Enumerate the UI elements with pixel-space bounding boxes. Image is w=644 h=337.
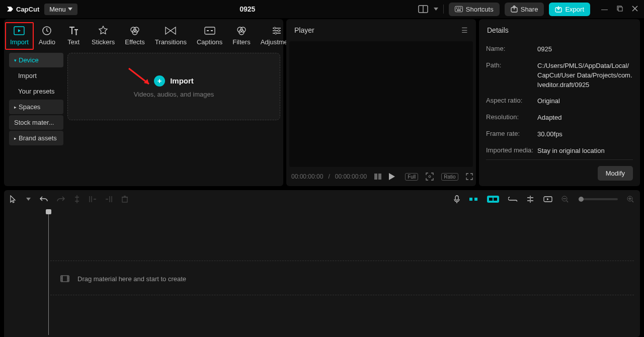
modify-button[interactable]: Modify xyxy=(598,166,633,181)
tab-filters[interactable]: Filters xyxy=(227,22,255,50)
svg-rect-25 xyxy=(378,174,381,180)
film-icon xyxy=(60,275,69,282)
svg-rect-4 xyxy=(458,8,459,9)
zoom-in-icon[interactable] xyxy=(627,196,634,203)
layout-icon[interactable] xyxy=(418,5,429,14)
import-dropzone[interactable]: + Import Videos, audios, and images xyxy=(67,53,280,120)
timeline-gutter xyxy=(4,208,25,337)
magnet-icon[interactable] xyxy=(469,196,478,202)
fullscreen-icon[interactable] xyxy=(463,172,475,182)
close-button[interactable] xyxy=(632,6,638,13)
track-divider xyxy=(50,261,634,261)
timeline-hint: Drag material here and start to create xyxy=(77,275,186,283)
export-button[interactable]: Export xyxy=(549,3,590,16)
link-icon[interactable] xyxy=(508,197,517,202)
details-title: Details xyxy=(486,19,633,41)
pointer-tool-icon[interactable] xyxy=(10,195,17,203)
svg-rect-2 xyxy=(455,7,462,12)
import-subtitle: Videos, audios, and images xyxy=(134,91,214,98)
chevron-down-icon[interactable] xyxy=(26,198,31,201)
detail-row-resolution: Resolution: Adapted xyxy=(486,110,633,126)
split-icon[interactable] xyxy=(74,195,80,203)
auto-snap-icon[interactable] xyxy=(487,196,499,203)
trim-right-icon[interactable] xyxy=(105,196,112,203)
timeline-toolbar xyxy=(4,190,640,208)
share-button[interactable]: Share xyxy=(505,3,544,16)
detail-row-aspect: Aspect ratio: Original xyxy=(486,93,633,110)
zoom-slider[interactable] xyxy=(579,198,618,200)
player-controls: 00:00:00:00 / 00:00:00:00 Full Ratio xyxy=(286,167,476,186)
mic-icon[interactable] xyxy=(454,195,460,203)
player-menu-icon[interactable]: ☰ xyxy=(461,26,468,34)
svg-rect-3 xyxy=(456,8,457,9)
media-panel: Import Audio Text Stickers Effects Trans… xyxy=(4,19,283,186)
delete-icon[interactable] xyxy=(121,196,128,203)
player-title: Player xyxy=(294,26,314,34)
tab-text[interactable]: Text xyxy=(60,22,87,50)
details-panel: Details Name: 0925 Path: C:/Users/PMLS/A… xyxy=(479,19,640,186)
timeline[interactable]: Drag material here and start to create xyxy=(4,208,640,337)
sidebar-item-brand[interactable]: ▸Brand assets xyxy=(9,131,63,145)
svg-rect-32 xyxy=(494,198,497,201)
tab-transitions[interactable]: Transitions xyxy=(150,22,192,50)
stickers-icon xyxy=(98,25,109,36)
preview-icon[interactable] xyxy=(543,196,552,202)
ratio-button[interactable]: Ratio xyxy=(441,173,458,181)
capcut-logo-icon xyxy=(6,5,14,13)
playhead[interactable] xyxy=(48,209,49,335)
titlebar: CapCut Menu 0925 Shortcuts Share Export … xyxy=(0,0,644,18)
app-logo: CapCut xyxy=(6,5,39,13)
adjustment-icon xyxy=(271,25,282,36)
export-icon xyxy=(555,6,562,13)
keyboard-icon xyxy=(455,6,463,12)
svg-line-23 xyxy=(129,68,149,84)
zoom-out-icon[interactable] xyxy=(561,196,569,203)
detail-row-path: Path: C:/Users/PMLS/AppData/Local/CapCut… xyxy=(486,58,633,94)
chevron-down-icon[interactable] xyxy=(434,8,438,11)
text-icon xyxy=(68,25,79,36)
detail-row-name: Name: 0925 xyxy=(486,41,633,58)
tab-stickers[interactable]: Stickers xyxy=(87,22,120,50)
import-area: + Import Videos, audios, and images xyxy=(67,53,280,183)
svg-point-26 xyxy=(429,176,431,178)
project-title: 0925 xyxy=(83,5,413,13)
compare-icon[interactable] xyxy=(372,172,384,181)
svg-rect-5 xyxy=(460,8,461,9)
tab-import[interactable]: Import xyxy=(5,22,34,50)
sidebar-item-presets[interactable]: Your presets xyxy=(9,84,63,99)
sidebar-item-spaces[interactable]: ▸Spaces xyxy=(9,100,63,114)
menu-button[interactable]: Menu xyxy=(44,4,77,15)
plus-icon: + xyxy=(154,75,165,87)
transitions-icon xyxy=(165,25,176,36)
tab-effects[interactable]: Effects xyxy=(120,22,150,50)
redo-icon[interactable] xyxy=(57,196,65,203)
minimize-button[interactable]: — xyxy=(601,6,608,13)
player-header: Player ☰ xyxy=(286,19,476,41)
sidebar-item-import[interactable]: Import xyxy=(9,68,63,83)
svg-rect-16 xyxy=(205,27,215,34)
arrow-annotation-icon xyxy=(126,66,156,90)
share-icon xyxy=(511,6,518,13)
maximize-button[interactable] xyxy=(617,6,623,13)
audio-icon xyxy=(41,25,52,36)
tab-audio[interactable]: Audio xyxy=(34,22,60,50)
svg-rect-30 xyxy=(474,198,477,201)
tab-captions[interactable]: Captions xyxy=(192,22,227,50)
divider xyxy=(443,5,444,14)
svg-rect-27 xyxy=(122,197,127,202)
player-viewport[interactable] xyxy=(289,41,473,167)
focus-icon[interactable] xyxy=(423,171,436,182)
timeline-track[interactable]: Drag material here and start to create xyxy=(50,269,634,289)
full-button[interactable]: Full xyxy=(405,173,418,181)
media-sidebar: ▾Device Import Your presets ▸Spaces Stoc… xyxy=(9,53,63,183)
import-button[interactable]: + Import xyxy=(154,75,194,87)
timecode-total: 00:00:00:00 xyxy=(335,173,367,180)
undo-icon[interactable] xyxy=(40,196,48,203)
trim-left-icon[interactable] xyxy=(89,196,96,203)
svg-rect-31 xyxy=(489,198,493,201)
align-icon[interactable] xyxy=(526,196,534,203)
play-button[interactable] xyxy=(389,173,395,180)
shortcuts-button[interactable]: Shortcuts xyxy=(449,3,500,16)
sidebar-item-stock[interactable]: Stock mater... xyxy=(9,115,63,130)
sidebar-item-device[interactable]: ▾Device xyxy=(9,53,63,67)
